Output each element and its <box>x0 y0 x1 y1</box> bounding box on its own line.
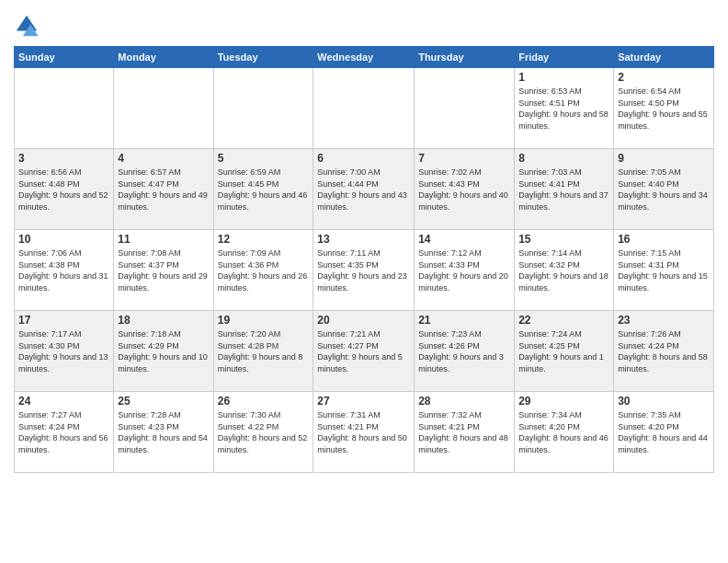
table-row: 15Sunrise: 7:14 AM Sunset: 4:32 PM Dayli… <box>515 230 614 311</box>
day-number: 21 <box>418 314 510 327</box>
col-thursday: Thursday <box>415 47 515 68</box>
day-number: 28 <box>418 395 510 408</box>
table-row: 3Sunrise: 6:56 AM Sunset: 4:48 PM Daylig… <box>15 149 114 230</box>
table-row <box>114 68 213 149</box>
col-sunday: Sunday <box>15 47 114 68</box>
table-row <box>213 68 313 149</box>
table-row: 12Sunrise: 7:09 AM Sunset: 4:36 PM Dayli… <box>213 230 313 311</box>
day-info: Sunrise: 7:15 AM Sunset: 4:31 PM Dayligh… <box>618 247 710 293</box>
day-number: 19 <box>218 314 310 327</box>
col-wednesday: Wednesday <box>313 47 415 68</box>
day-info: Sunrise: 6:54 AM Sunset: 4:50 PM Dayligh… <box>618 86 710 132</box>
calendar-week-row: 10Sunrise: 7:06 AM Sunset: 4:38 PM Dayli… <box>15 230 714 311</box>
day-info: Sunrise: 7:03 AM Sunset: 4:41 PM Dayligh… <box>518 167 609 213</box>
day-number: 22 <box>518 314 609 327</box>
table-row: 20Sunrise: 7:21 AM Sunset: 4:27 PM Dayli… <box>313 311 415 392</box>
day-info: Sunrise: 7:27 AM Sunset: 4:24 PM Dayligh… <box>18 409 109 455</box>
calendar-week-row: 17Sunrise: 7:17 AM Sunset: 4:30 PM Dayli… <box>15 311 714 392</box>
day-info: Sunrise: 7:31 AM Sunset: 4:21 PM Dayligh… <box>317 409 410 455</box>
calendar-header-row: Sunday Monday Tuesday Wednesday Thursday… <box>15 47 714 68</box>
table-row: 4Sunrise: 6:57 AM Sunset: 4:47 PM Daylig… <box>114 149 213 230</box>
calendar-body: 1Sunrise: 6:53 AM Sunset: 4:51 PM Daylig… <box>15 68 714 473</box>
calendar: Sunday Monday Tuesday Wednesday Thursday… <box>14 46 714 473</box>
day-number: 17 <box>18 314 109 327</box>
day-number: 24 <box>18 395 109 408</box>
table-row: 23Sunrise: 7:26 AM Sunset: 4:24 PM Dayli… <box>614 311 714 392</box>
table-row: 2Sunrise: 6:54 AM Sunset: 4:50 PM Daylig… <box>614 68 714 149</box>
table-row: 25Sunrise: 7:28 AM Sunset: 4:23 PM Dayli… <box>114 392 213 473</box>
day-number: 7 <box>418 152 510 165</box>
col-friday: Friday <box>515 47 614 68</box>
col-monday: Monday <box>114 47 213 68</box>
day-info: Sunrise: 7:20 AM Sunset: 4:28 PM Dayligh… <box>218 328 310 374</box>
table-row: 24Sunrise: 7:27 AM Sunset: 4:24 PM Dayli… <box>15 392 114 473</box>
table-row: 21Sunrise: 7:23 AM Sunset: 4:26 PM Dayli… <box>415 311 515 392</box>
day-number: 29 <box>518 395 609 408</box>
day-number: 13 <box>317 233 410 246</box>
day-info: Sunrise: 7:18 AM Sunset: 4:29 PM Dayligh… <box>118 328 209 374</box>
table-row <box>15 68 114 149</box>
logo <box>14 13 43 39</box>
svg-marker-0 <box>17 16 37 31</box>
table-row: 29Sunrise: 7:34 AM Sunset: 4:20 PM Dayli… <box>515 392 614 473</box>
col-saturday: Saturday <box>614 47 714 68</box>
table-row: 9Sunrise: 7:05 AM Sunset: 4:40 PM Daylig… <box>614 149 714 230</box>
table-row: 19Sunrise: 7:20 AM Sunset: 4:28 PM Dayli… <box>213 311 313 392</box>
day-number: 30 <box>618 395 710 408</box>
day-info: Sunrise: 6:57 AM Sunset: 4:47 PM Dayligh… <box>118 167 209 213</box>
day-info: Sunrise: 7:28 AM Sunset: 4:23 PM Dayligh… <box>118 409 209 455</box>
day-number: 6 <box>317 152 410 165</box>
header <box>14 9 714 39</box>
table-row: 7Sunrise: 7:02 AM Sunset: 4:43 PM Daylig… <box>415 149 515 230</box>
day-info: Sunrise: 6:59 AM Sunset: 4:45 PM Dayligh… <box>218 167 310 213</box>
day-number: 25 <box>118 395 209 408</box>
day-number: 4 <box>118 152 209 165</box>
day-number: 2 <box>618 71 710 84</box>
day-info: Sunrise: 7:06 AM Sunset: 4:38 PM Dayligh… <box>18 247 109 293</box>
calendar-week-row: 3Sunrise: 6:56 AM Sunset: 4:48 PM Daylig… <box>15 149 714 230</box>
day-info: Sunrise: 7:02 AM Sunset: 4:43 PM Dayligh… <box>418 167 510 213</box>
day-number: 20 <box>317 314 410 327</box>
calendar-week-row: 1Sunrise: 6:53 AM Sunset: 4:51 PM Daylig… <box>15 68 714 149</box>
day-number: 10 <box>18 233 109 246</box>
day-info: Sunrise: 7:11 AM Sunset: 4:35 PM Dayligh… <box>317 247 410 293</box>
table-row: 1Sunrise: 6:53 AM Sunset: 4:51 PM Daylig… <box>515 68 614 149</box>
table-row: 27Sunrise: 7:31 AM Sunset: 4:21 PM Dayli… <box>313 392 415 473</box>
logo-icon <box>14 13 40 39</box>
day-info: Sunrise: 7:05 AM Sunset: 4:40 PM Dayligh… <box>618 167 710 213</box>
day-number: 27 <box>317 395 410 408</box>
day-number: 3 <box>18 152 109 165</box>
day-info: Sunrise: 7:30 AM Sunset: 4:22 PM Dayligh… <box>218 409 310 455</box>
day-info: Sunrise: 7:12 AM Sunset: 4:33 PM Dayligh… <box>418 247 510 293</box>
day-number: 23 <box>618 314 710 327</box>
table-row: 26Sunrise: 7:30 AM Sunset: 4:22 PM Dayli… <box>213 392 313 473</box>
table-row <box>313 68 415 149</box>
table-row <box>415 68 515 149</box>
table-row: 8Sunrise: 7:03 AM Sunset: 4:41 PM Daylig… <box>515 149 614 230</box>
table-row: 13Sunrise: 7:11 AM Sunset: 4:35 PM Dayli… <box>313 230 415 311</box>
day-info: Sunrise: 7:35 AM Sunset: 4:20 PM Dayligh… <box>618 409 710 455</box>
table-row: 11Sunrise: 7:08 AM Sunset: 4:37 PM Dayli… <box>114 230 213 311</box>
day-info: Sunrise: 7:14 AM Sunset: 4:32 PM Dayligh… <box>518 247 609 293</box>
day-info: Sunrise: 7:09 AM Sunset: 4:36 PM Dayligh… <box>218 247 310 293</box>
day-info: Sunrise: 7:26 AM Sunset: 4:24 PM Dayligh… <box>618 328 710 374</box>
table-row: 6Sunrise: 7:00 AM Sunset: 4:44 PM Daylig… <box>313 149 415 230</box>
day-number: 16 <box>618 233 710 246</box>
table-row: 5Sunrise: 6:59 AM Sunset: 4:45 PM Daylig… <box>213 149 313 230</box>
table-row: 30Sunrise: 7:35 AM Sunset: 4:20 PM Dayli… <box>614 392 714 473</box>
table-row: 16Sunrise: 7:15 AM Sunset: 4:31 PM Dayli… <box>614 230 714 311</box>
day-info: Sunrise: 7:23 AM Sunset: 4:26 PM Dayligh… <box>418 328 510 374</box>
day-number: 9 <box>618 152 710 165</box>
col-tuesday: Tuesday <box>213 47 313 68</box>
day-number: 18 <box>118 314 209 327</box>
table-row: 22Sunrise: 7:24 AM Sunset: 4:25 PM Dayli… <box>515 311 614 392</box>
day-number: 5 <box>218 152 310 165</box>
table-row: 14Sunrise: 7:12 AM Sunset: 4:33 PM Dayli… <box>415 230 515 311</box>
day-info: Sunrise: 7:24 AM Sunset: 4:25 PM Dayligh… <box>518 328 609 374</box>
day-number: 26 <box>218 395 310 408</box>
day-number: 8 <box>518 152 609 165</box>
page: Sunday Monday Tuesday Wednesday Thursday… <box>0 0 728 563</box>
table-row: 18Sunrise: 7:18 AM Sunset: 4:29 PM Dayli… <box>114 311 213 392</box>
day-info: Sunrise: 7:34 AM Sunset: 4:20 PM Dayligh… <box>518 409 609 455</box>
day-number: 12 <box>218 233 310 246</box>
